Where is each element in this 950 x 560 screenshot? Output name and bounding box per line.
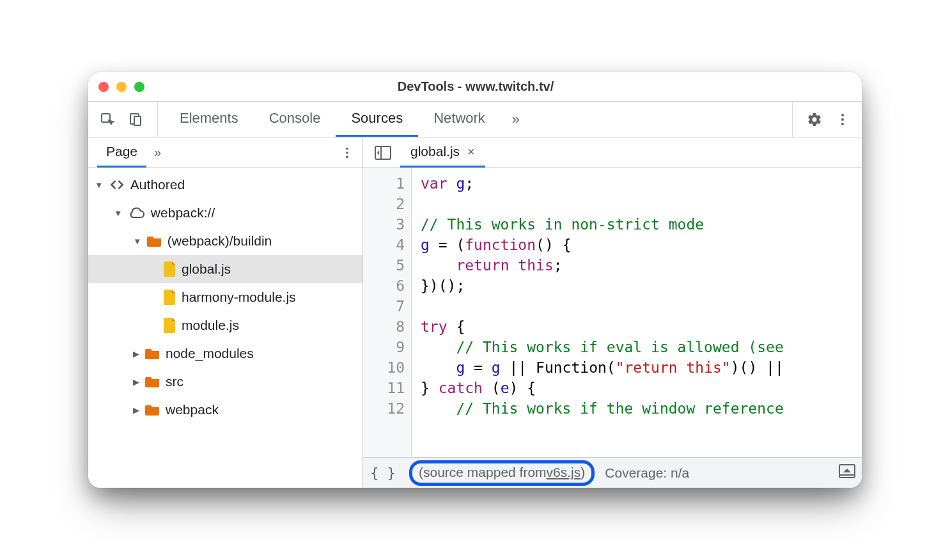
file-icon xyxy=(164,318,176,333)
devtools-window: DevTools - www.twitch.tv/ Elements Conso… xyxy=(88,72,862,488)
line-number-gutter: 123456789101112 xyxy=(363,168,412,457)
code-viewport[interactable]: 123456789101112 var g; // This works in … xyxy=(363,168,862,457)
tab-sources[interactable]: Sources xyxy=(336,102,418,137)
chevron-down-icon: ▼ xyxy=(95,180,103,189)
devtools-panel-tabs: Elements Console Sources Network » xyxy=(164,102,531,137)
source-map-callout: (source mapped from v6s.js ) xyxy=(409,460,595,486)
source-map-prefix: (source mapped from xyxy=(419,465,547,480)
navigator-tab-page[interactable]: Page xyxy=(97,137,146,167)
sources-navigator: Page » ▼ Authored ▼ xyxy=(88,137,363,488)
tree-label: src xyxy=(166,374,183,389)
tree-label: global.js xyxy=(182,261,231,277)
folder-icon xyxy=(147,235,162,247)
source-map-suffix: ) xyxy=(580,465,585,480)
tree-item-origin[interactable]: ▼ webpack:// xyxy=(88,199,362,227)
file-icon xyxy=(164,290,176,305)
toggle-drawer-icon[interactable] xyxy=(839,464,855,481)
device-toolbar-icon[interactable] xyxy=(123,107,148,132)
tree-label: (webpack)/buildin xyxy=(167,233,272,249)
settings-icon[interactable] xyxy=(802,107,827,132)
svg-point-4 xyxy=(841,118,844,121)
tree-item-authored[interactable]: ▼ Authored xyxy=(88,171,362,199)
tab-console[interactable]: Console xyxy=(254,102,336,137)
source-editor: global.js × 123456789101112 var g; // Th… xyxy=(363,137,862,488)
window-title: DevTools - www.twitch.tv/ xyxy=(157,79,794,94)
inspect-element-icon[interactable] xyxy=(95,107,120,132)
folder-icon xyxy=(145,375,160,388)
cloud-icon xyxy=(128,206,146,219)
tree-item-file[interactable]: harmony-module.js xyxy=(88,283,362,311)
svg-point-6 xyxy=(346,147,348,150)
tree-label: module.js xyxy=(182,318,239,333)
folder-icon xyxy=(145,347,160,360)
editor-tab-label: global.js xyxy=(410,144,460,159)
editor-statusbar: { } (source mapped from v6s.js ) Coverag… xyxy=(363,457,862,488)
tree-label: node_modules xyxy=(166,346,254,361)
tree-item-folder-node-modules[interactable]: ▶ node_modules xyxy=(88,339,362,368)
tree-item-folder-buildin[interactable]: ▼ (webpack)/buildin xyxy=(88,227,362,255)
file-icon xyxy=(164,261,176,277)
pretty-print-icon[interactable]: { } xyxy=(370,462,396,484)
file-tree: ▼ Authored ▼ webpack:// ▼ xyxy=(88,168,362,488)
chevron-right-icon: ▶ xyxy=(133,405,139,414)
chevron-right-icon: ▶ xyxy=(133,348,139,358)
folder-icon xyxy=(145,403,160,416)
coverage-label: Coverage: n/a xyxy=(605,465,689,481)
source-map-link[interactable]: v6s.js xyxy=(547,465,581,480)
close-window-button[interactable] xyxy=(98,82,109,92)
devtools-toolbar: Elements Console Sources Network » xyxy=(88,102,862,137)
tree-item-folder-webpack[interactable]: ▶ webpack xyxy=(88,396,362,424)
code-icon xyxy=(109,176,125,193)
tree-item-file[interactable]: module.js xyxy=(88,311,362,339)
minimize-window-button[interactable] xyxy=(116,82,127,92)
close-tab-icon[interactable]: × xyxy=(467,144,475,159)
navigator-header: Page » xyxy=(88,137,362,168)
window-controls xyxy=(98,82,144,92)
chevron-right-icon: ▶ xyxy=(133,377,139,386)
tree-label: webpack:// xyxy=(151,205,215,221)
toggle-navigator-icon[interactable] xyxy=(370,142,396,164)
code-content[interactable]: var g; // This works in non-strict mode … xyxy=(412,168,862,457)
tree-item-folder-src[interactable]: ▶ src xyxy=(88,368,362,396)
svg-point-7 xyxy=(346,152,348,154)
titlebar: DevTools - www.twitch.tv/ xyxy=(88,72,862,102)
tree-label: harmony-module.js xyxy=(182,290,296,305)
chevron-down-icon: ▼ xyxy=(133,236,141,245)
editor-tab[interactable]: global.js × xyxy=(400,137,485,167)
svg-point-5 xyxy=(841,123,844,125)
more-tabs-button[interactable]: » xyxy=(501,102,531,137)
tab-network[interactable]: Network xyxy=(418,102,501,137)
svg-rect-2 xyxy=(134,116,141,125)
tree-label: webpack xyxy=(166,402,219,417)
tree-label: Authored xyxy=(130,177,185,192)
sources-panel-body: Page » ▼ Authored ▼ xyxy=(88,137,862,488)
editor-tabbar: global.js × xyxy=(363,137,862,168)
svg-point-8 xyxy=(346,155,348,158)
tab-elements[interactable]: Elements xyxy=(164,102,254,137)
navigator-options-icon[interactable] xyxy=(334,140,360,166)
chevron-down-icon: ▼ xyxy=(114,208,122,217)
zoom-window-button[interactable] xyxy=(134,82,144,92)
svg-point-3 xyxy=(841,114,844,116)
more-options-icon[interactable] xyxy=(830,107,855,132)
navigator-more-tabs[interactable]: » xyxy=(146,145,169,160)
tree-item-file[interactable]: global.js xyxy=(88,255,362,283)
